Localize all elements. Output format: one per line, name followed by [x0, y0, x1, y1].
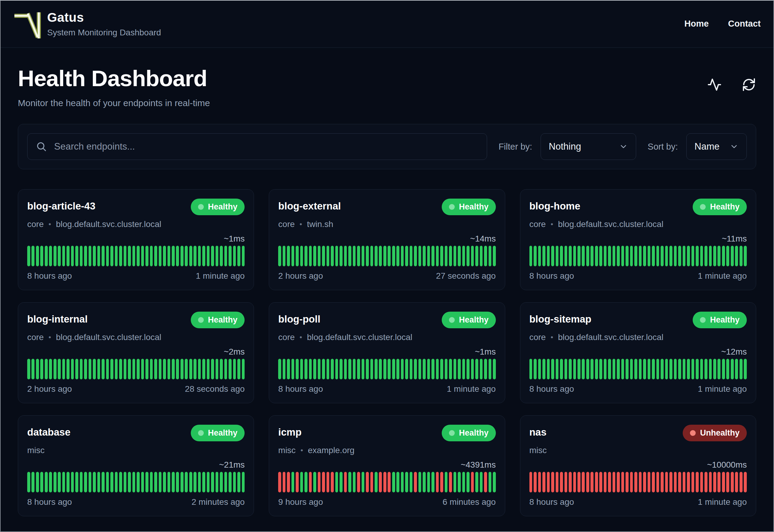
health-bar-up[interactable] — [556, 359, 559, 379]
health-bar-up[interactable] — [405, 472, 408, 492]
health-bar-up[interactable] — [493, 246, 496, 266]
health-bar-down[interactable] — [613, 472, 616, 492]
health-bar-up[interactable] — [128, 246, 131, 266]
health-bar-up[interactable] — [744, 359, 747, 379]
health-bar-up[interactable] — [176, 472, 179, 492]
health-bar-up[interactable] — [630, 246, 633, 266]
health-bar-up[interactable] — [287, 359, 290, 379]
health-bar-down[interactable] — [573, 472, 576, 492]
health-bar-down[interactable] — [608, 472, 611, 492]
health-bar-down[interactable] — [440, 472, 443, 492]
health-bar-up[interactable] — [652, 246, 655, 266]
activity-icon[interactable] — [707, 77, 722, 92]
health-bar-up[interactable] — [278, 246, 281, 266]
endpoint-card-icmp[interactable]: icmp Healthy misc • example.org ~4391ms … — [269, 415, 505, 516]
health-bar-up[interactable] — [229, 472, 232, 492]
health-bar-up[interactable] — [224, 359, 227, 379]
health-bar-up[interactable] — [656, 359, 659, 379]
health-bar-up[interactable] — [93, 246, 96, 266]
health-bar-down[interactable] — [582, 472, 585, 492]
health-bar-up[interactable] — [141, 472, 144, 492]
health-bar-up[interactable] — [687, 246, 690, 266]
health-bar-up[interactable] — [172, 359, 175, 379]
health-bar-up[interactable] — [458, 472, 461, 492]
health-bar-up[interactable] — [67, 359, 70, 379]
health-bar-down[interactable] — [744, 472, 747, 492]
health-bar-up[interactable] — [713, 246, 716, 266]
health-bar-up[interactable] — [454, 359, 457, 379]
health-bar-down[interactable] — [735, 472, 738, 492]
health-bar-up[interactable] — [193, 359, 197, 379]
health-bar-up[interactable] — [167, 359, 171, 379]
health-bar-up[interactable] — [418, 472, 421, 492]
health-bar-up[interactable] — [489, 246, 492, 266]
health-bar-up[interactable] — [573, 359, 576, 379]
health-bar-down[interactable] — [542, 472, 545, 492]
health-bar-up[interactable] — [388, 359, 391, 379]
health-bar-up[interactable] — [449, 359, 452, 379]
health-bar-up[interactable] — [283, 359, 286, 379]
health-bar-up[interactable] — [71, 472, 74, 492]
health-bar-up[interactable] — [353, 359, 356, 379]
health-bar-up[interactable] — [613, 246, 616, 266]
health-bar-up[interactable] — [119, 246, 122, 266]
health-bar-up[interactable] — [648, 246, 651, 266]
health-bar-up[interactable] — [366, 246, 369, 266]
health-bar-up[interactable] — [229, 246, 232, 266]
health-bar-up[interactable] — [348, 472, 351, 492]
health-bar-up[interactable] — [233, 359, 236, 379]
health-bar-up[interactable] — [471, 246, 474, 266]
health-bar-up[interactable] — [340, 359, 343, 379]
health-bar-up[interactable] — [462, 246, 465, 266]
health-bar-down[interactable] — [569, 472, 572, 492]
health-bar-down[interactable] — [656, 472, 659, 492]
health-bar-up[interactable] — [331, 359, 334, 379]
health-bar-up[interactable] — [379, 359, 382, 379]
health-bar-up[interactable] — [709, 359, 712, 379]
health-bar-up[interactable] — [296, 246, 299, 266]
health-bar-up[interactable] — [717, 246, 720, 266]
health-bar-down[interactable] — [617, 472, 620, 492]
health-bar-up[interactable] — [40, 472, 43, 492]
health-bar-up[interactable] — [172, 246, 175, 266]
health-bar-down[interactable] — [599, 472, 602, 492]
health-bar-up[interactable] — [27, 246, 30, 266]
health-bar-down[interactable] — [471, 472, 474, 492]
health-bar-up[interactable] — [115, 472, 118, 492]
health-bar-up[interactable] — [172, 472, 175, 492]
health-bar-up[interactable] — [180, 472, 184, 492]
health-bar-up[interactable] — [493, 359, 496, 379]
health-bar-down[interactable] — [630, 472, 633, 492]
health-bar-up[interactable] — [414, 359, 417, 379]
health-bar-up[interactable] — [67, 472, 70, 492]
health-bar-up[interactable] — [436, 246, 439, 266]
health-bar-up[interactable] — [207, 472, 210, 492]
health-bar-up[interactable] — [375, 359, 378, 379]
health-bar-up[interactable] — [36, 472, 39, 492]
health-bar-down[interactable] — [436, 472, 439, 492]
health-bar-up[interactable] — [726, 246, 729, 266]
health-bar-up[interactable] — [383, 246, 386, 266]
health-bar-up[interactable] — [132, 246, 135, 266]
health-bar-up[interactable] — [418, 359, 421, 379]
health-bar-up[interactable] — [379, 246, 382, 266]
health-bar-up[interactable] — [110, 359, 113, 379]
health-bar-down[interactable] — [648, 472, 651, 492]
health-bar-up[interactable] — [643, 246, 646, 266]
health-bar-up[interactable] — [84, 359, 87, 379]
health-bar-up[interactable] — [458, 359, 461, 379]
health-bar-up[interactable] — [529, 246, 532, 266]
health-bar-up[interactable] — [405, 246, 408, 266]
health-bar-up[interactable] — [564, 359, 567, 379]
health-bar-up[interactable] — [560, 359, 563, 379]
health-bar-up[interactable] — [154, 246, 157, 266]
health-bar-up[interactable] — [128, 472, 131, 492]
health-bar-down[interactable] — [366, 472, 369, 492]
health-bar-up[interactable] — [493, 472, 496, 492]
health-bar-up[interactable] — [80, 359, 83, 379]
health-bar-down[interactable] — [678, 472, 681, 492]
health-bar-up[interactable] — [462, 359, 465, 379]
health-bar-up[interactable] — [180, 359, 184, 379]
health-bar-up[interactable] — [287, 246, 290, 266]
health-bar-up[interactable] — [639, 359, 642, 379]
